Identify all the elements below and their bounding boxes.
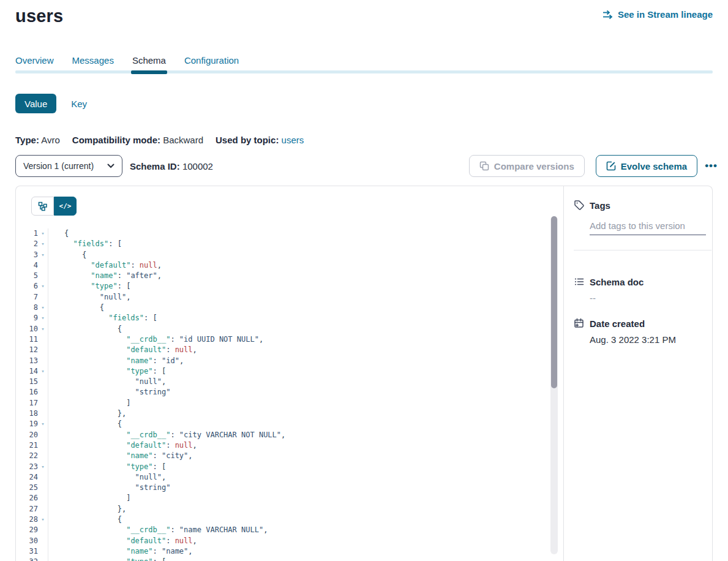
code-text: "__crdb__": "city VARCHAR NOT NULL",	[48, 430, 285, 440]
fold-arrow-icon[interactable]: ▾	[38, 557, 48, 561]
fold-arrow-icon[interactable]: ▾	[38, 250, 48, 260]
fold-spacer	[38, 345, 48, 355]
code-text: {	[48, 228, 69, 239]
line-number: 18	[16, 409, 38, 419]
editor-gutter: 30	[16, 536, 48, 546]
chevron-down-icon	[107, 164, 114, 168]
editor-gutter: 16	[16, 387, 48, 397]
line-number: 15	[16, 377, 38, 387]
line-number: 30	[16, 536, 38, 546]
editor-gutter: 7	[16, 292, 48, 303]
compare-versions-button[interactable]: Compare versions	[469, 155, 585, 177]
list-icon	[574, 276, 585, 287]
fold-arrow-icon[interactable]: ▾	[38, 324, 48, 334]
code-line: 30 "default": null,	[16, 536, 563, 546]
topic-link[interactable]: users	[282, 135, 304, 145]
code-line: 13 "name": "id",	[16, 356, 563, 366]
fold-spacer	[38, 504, 48, 514]
code-text: },	[48, 504, 126, 514]
schema-doc-heading: Schema doc	[590, 277, 644, 287]
editor-gutter: 18	[16, 409, 48, 419]
compatibility-mode: Compatibility mode: Backward	[72, 135, 203, 145]
editor-scrollbar-track[interactable]	[550, 216, 558, 554]
code-line: 10▾ {	[16, 324, 563, 334]
editor-gutter: 14▾	[16, 366, 48, 377]
code-text: {	[48, 419, 122, 429]
key-toggle-button[interactable]: Key	[71, 99, 87, 109]
line-number: 23	[16, 462, 38, 472]
editor-gutter: 6▾	[16, 281, 48, 292]
code-text: {	[48, 250, 86, 260]
date-created-value: Aug. 3 2022 3:21 PM	[590, 334, 705, 345]
fold-arrow-icon[interactable]: ▾	[38, 239, 48, 249]
line-number: 19	[16, 419, 38, 429]
value-toggle-button[interactable]: Value	[15, 94, 56, 113]
code-text: "type": [	[48, 281, 130, 292]
tab-schema[interactable]: Schema	[132, 55, 166, 74]
code-line: 9▾ "fields": [	[16, 313, 563, 323]
code-line: 26 ]	[16, 493, 563, 503]
code-line: 11 "__crdb__": "id UUID NOT NULL",	[16, 334, 563, 345]
fold-spacer	[38, 398, 48, 409]
code-line: 19▾ {	[16, 419, 563, 429]
schema-meta-row: Type: Avro Compatibility mode: Backward …	[15, 135, 304, 145]
editor-gutter: 17	[16, 398, 48, 409]
line-number: 27	[16, 504, 38, 514]
fold-arrow-icon[interactable]: ▾	[38, 303, 48, 313]
line-number: 4	[16, 260, 38, 271]
fold-spacer	[38, 483, 48, 493]
version-select[interactable]: Version 1 (current)	[15, 155, 122, 177]
fold-spacer	[38, 493, 48, 503]
fold-spacer	[38, 356, 48, 366]
code-text: ]	[48, 493, 130, 503]
fold-arrow-icon[interactable]: ▾	[38, 366, 48, 377]
code-text: "type": [	[48, 366, 166, 377]
schema-doc-value: --	[590, 293, 705, 303]
tree-view-button[interactable]	[31, 197, 54, 216]
line-number: 31	[16, 546, 38, 557]
schema-id: Schema ID: 100002	[130, 161, 213, 171]
code-text: "null",	[48, 472, 166, 483]
code-line: 25 "string"	[16, 483, 563, 493]
tree-view-icon	[38, 201, 48, 211]
more-options-button[interactable]: •••	[705, 155, 718, 177]
code-view-button[interactable]: </>	[54, 197, 77, 216]
editor-gutter: 25	[16, 483, 48, 493]
fold-arrow-icon[interactable]: ▾	[38, 228, 48, 239]
code-text: "__crdb__": "name VARCHAR NULL",	[48, 525, 268, 535]
line-number: 5	[16, 271, 38, 281]
code-lines: 1▾{2▾ "fields": [3▾ {4 "default": null,5…	[16, 228, 563, 561]
fold-arrow-icon[interactable]: ▾	[38, 419, 48, 429]
fold-spacer	[38, 334, 48, 345]
code-line: 12 "default": null,	[16, 345, 563, 355]
fold-spacer	[38, 292, 48, 303]
editor-gutter: 15	[16, 377, 48, 387]
line-number: 21	[16, 440, 38, 451]
code-text: "name": "id",	[48, 356, 184, 366]
date-created-section: Date created Aug. 3 2022 3:21 PM	[574, 318, 705, 345]
code-line: 14▾ "type": [	[16, 366, 563, 377]
evolve-schema-button[interactable]: Evolve schema	[596, 155, 697, 177]
editor-scrollbar-thumb[interactable]	[551, 216, 557, 388]
editor-gutter: 20	[16, 430, 48, 440]
add-tags-input[interactable]	[590, 219, 706, 235]
editor-gutter: 5	[16, 271, 48, 281]
code-text: "default": null,	[48, 536, 197, 546]
fold-arrow-icon[interactable]: ▾	[38, 281, 48, 292]
fold-arrow-icon[interactable]: ▾	[38, 313, 48, 323]
fold-spacer	[38, 260, 48, 271]
code-line: 8▾ {	[16, 303, 563, 313]
fold-spacer	[38, 377, 48, 387]
schema-sidebar: Tags Schema doc --	[563, 186, 712, 561]
code-line: 5 "name": "after",	[16, 271, 563, 281]
fold-arrow-icon[interactable]: ▾	[38, 462, 48, 472]
editor-gutter: 19▾	[16, 419, 48, 429]
line-number: 29	[16, 525, 38, 535]
fold-arrow-icon[interactable]: ▾	[38, 514, 48, 525]
version-bar: Version 1 (current) Schema ID: 100002 Co…	[15, 155, 718, 177]
code-line: 29 "__crdb__": "name VARCHAR NULL",	[16, 525, 563, 535]
code-text: "__crdb__": "id UUID NOT NULL",	[48, 334, 263, 345]
stream-lineage-link[interactable]: See in Stream lineage	[602, 9, 713, 20]
version-actions: Compare versions Evolve schema •••	[469, 155, 718, 177]
code-text: "fields": [	[48, 313, 157, 323]
